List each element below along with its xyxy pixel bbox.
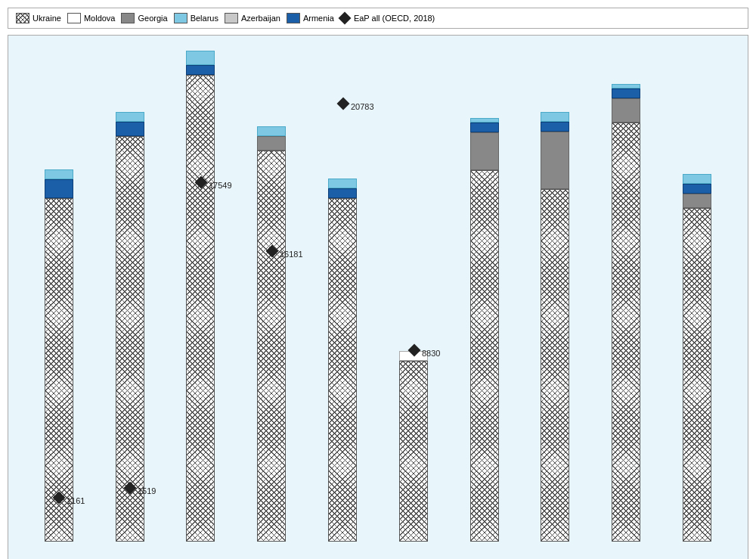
legend-item-azerbaijan: Azerbaijan	[225, 13, 280, 23]
bar-column-1	[45, 169, 73, 542]
bar-column-9	[612, 84, 640, 542]
legend: Ukraine Moldova Georgia Belarus Azerbaij…	[8, 8, 748, 29]
georgia-swatch	[121, 13, 135, 23]
bar-column-5	[328, 179, 357, 542]
moldova-swatch	[67, 13, 81, 23]
bar-group-10	[662, 51, 733, 542]
bar-segment-blue-dark	[612, 89, 640, 98]
bar-segment-blue-dark	[186, 65, 215, 75]
armenia-swatch	[287, 13, 300, 23]
chart-area: 116115191754916181207838830	[8, 35, 748, 559]
bar-segment-blue-light	[257, 126, 286, 136]
bar-segment-gray	[470, 132, 499, 170]
bar-segment-gray	[541, 132, 569, 189]
bar-segment-hatch	[612, 123, 640, 542]
azerbaijan-label: Azerbaijan	[241, 14, 280, 23]
belarus-label: Belarus	[191, 14, 218, 23]
diamond-label-5: 8830	[422, 349, 440, 358]
bar-column-2	[116, 112, 144, 542]
bar-group-9	[590, 51, 662, 542]
diamond-label-4: 20783	[351, 102, 374, 111]
eap-label: EaP all (OECD, 2018)	[354, 14, 435, 23]
legend-item-armenia: Armenia	[287, 13, 334, 23]
bar-segment-blue-light	[45, 169, 73, 179]
bar-column-4	[257, 126, 286, 542]
bar-group-2	[94, 51, 166, 542]
legend-item-moldova: Moldova	[67, 13, 116, 23]
moldova-label: Moldova	[84, 14, 116, 23]
bar-segment-gray	[612, 98, 640, 123]
bar-segment-blue-light	[541, 112, 569, 122]
armenia-label: Armenia	[303, 14, 334, 23]
eap-diamond-icon	[338, 12, 351, 25]
bar-group-1	[23, 51, 94, 542]
bar-group-5	[307, 51, 378, 542]
bar-column-6	[399, 351, 428, 542]
azerbaijan-swatch	[225, 13, 238, 23]
bar-column-3	[186, 51, 215, 542]
bar-segment-blue-dark	[541, 122, 569, 132]
legend-item-eap: EaP all (OECD, 2018)	[340, 14, 435, 23]
belarus-swatch	[174, 13, 187, 23]
bar-segment-gray	[683, 194, 711, 208]
bar-segment-blue-dark	[45, 179, 73, 198]
bar-segment-blue-light	[328, 179, 357, 188]
bar-segment-hatch	[45, 198, 73, 542]
bar-segment-hatch	[399, 361, 428, 542]
bar-segment-blue-dark	[328, 188, 357, 198]
bar-segment-blue-dark	[116, 122, 144, 136]
bar-segment-blue-light	[116, 112, 144, 122]
bar-segment-hatch	[257, 151, 286, 542]
georgia-label: Georgia	[138, 14, 167, 23]
bar-segment-hatch	[328, 198, 357, 542]
bar-group-3	[166, 51, 237, 542]
diamond-label-3: 16181	[280, 250, 303, 259]
bar-column-7	[470, 118, 499, 542]
bar-group-4	[236, 51, 307, 542]
bar-segment-blue-dark	[683, 184, 711, 194]
bar-segment-blue-light	[186, 51, 215, 65]
chart-container: Ukraine Moldova Georgia Belarus Azerbaij…	[0, 0, 756, 559]
bar-segment-gray	[257, 136, 286, 151]
bar-group-8	[520, 51, 591, 542]
bar-segment-hatch	[683, 208, 711, 542]
legend-item-ukraine: Ukraine	[16, 13, 61, 23]
bar-column-10	[683, 174, 711, 542]
legend-item-belarus: Belarus	[174, 13, 218, 23]
bar-group-7	[449, 51, 520, 542]
bar-segment-blue-dark	[470, 123, 499, 132]
ukraine-label: Ukraine	[33, 14, 61, 23]
bar-segment-hatch	[541, 189, 569, 542]
legend-item-georgia: Georgia	[121, 13, 167, 23]
diamond-label-0: 1161	[67, 496, 85, 505]
bar-segment-hatch	[470, 170, 499, 542]
bar-segment-hatch	[186, 75, 215, 542]
bar-segment-blue-light	[683, 174, 711, 184]
diamond-label-1: 1519	[138, 486, 156, 495]
diamond-label-2: 17549	[209, 181, 232, 190]
bar-group-6	[378, 51, 449, 542]
bar-column-8	[541, 112, 569, 542]
ukraine-swatch	[16, 13, 29, 23]
